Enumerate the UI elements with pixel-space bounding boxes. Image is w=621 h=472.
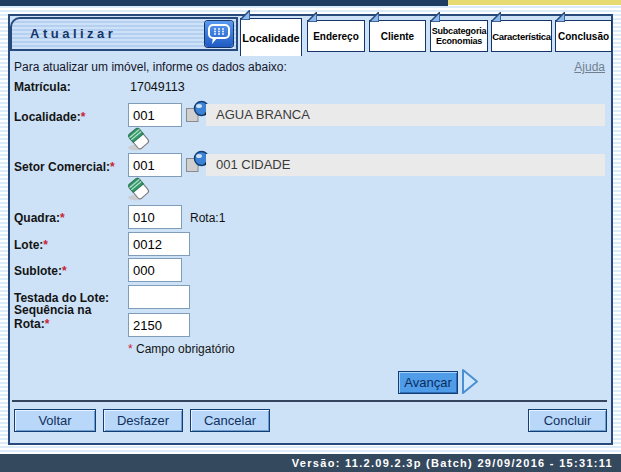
required-asterisk: *	[110, 160, 115, 174]
main-panel	[8, 14, 613, 445]
eraser-icon[interactable]	[126, 126, 152, 152]
required-field-note: * Campo obrigatório	[128, 342, 235, 356]
tab-label: Localidade	[242, 32, 299, 44]
desfazer-button[interactable]: Desfazer	[103, 409, 183, 432]
tab-fold-icon	[307, 12, 317, 22]
tab-label: Cliente	[381, 31, 414, 42]
sequencia-rota-label: Sequência na Rota:*	[14, 303, 91, 331]
eraser-icon[interactable]	[126, 176, 152, 202]
testada-input[interactable]	[128, 285, 190, 309]
top-yellow-bar	[448, 0, 621, 5]
localidade-label: Localidade:*	[14, 110, 85, 124]
tab-label: Conclusão	[558, 31, 609, 42]
tab-endereco[interactable]: Endereço	[307, 20, 365, 52]
matricula-value: 17049113	[130, 80, 185, 94]
concluir-button[interactable]: Concluir	[528, 409, 607, 432]
required-asterisk: *	[62, 264, 67, 278]
avancar-button[interactable]: Avançar	[398, 371, 458, 394]
required-asterisk: *	[81, 110, 86, 124]
tab-label: Endereço	[313, 31, 359, 42]
setor-comercial-label: Setor Comercial:*	[14, 160, 115, 174]
required-asterisk: *	[43, 238, 48, 252]
sublote-label: Sublote:*	[14, 264, 67, 278]
tab-fold-icon	[369, 12, 379, 22]
lote-input[interactable]	[128, 232, 190, 256]
tab-cliente[interactable]: Cliente	[369, 20, 426, 52]
page-title: Atualizar	[30, 26, 116, 41]
tab-fold-icon	[430, 12, 440, 22]
tab-fold-icon	[491, 12, 501, 22]
lote-label: Lote:*	[14, 238, 48, 252]
window-title-bar: Atualizar	[10, 17, 238, 51]
setor-comercial-description: 001 CIDADE	[206, 154, 605, 176]
version-status-bar: Versão: 11.2.09.2.3p (Batch) 29/09/2016 …	[0, 454, 621, 472]
help-link[interactable]: Ajuda	[574, 60, 605, 74]
advance-arrow-icon[interactable]	[461, 368, 479, 399]
matricula-label: Matrícula:	[14, 80, 71, 94]
sublote-input[interactable]	[128, 258, 182, 282]
tab-label-line1: Subcategoria	[432, 26, 487, 36]
setor-comercial-input[interactable]	[128, 153, 182, 177]
tab-label-line2: Economias	[436, 36, 482, 46]
tab-label: Característica	[492, 31, 551, 42]
voltar-button[interactable]: Voltar	[14, 409, 96, 432]
required-asterisk: *	[45, 317, 50, 331]
quadra-label: Quadra:*	[14, 211, 65, 225]
required-asterisk: *	[60, 211, 65, 225]
tab-fold-icon	[555, 12, 565, 22]
chat-bubble-icon[interactable]	[205, 21, 233, 47]
cancelar-button[interactable]: Cancelar	[190, 409, 270, 432]
sequencia-rota-input[interactable]	[128, 313, 190, 337]
tab-conclusao[interactable]: Conclusão	[555, 20, 612, 52]
quadra-input[interactable]	[128, 205, 182, 229]
tab-subcategoria-economias[interactable]: Subcategoria Economias	[430, 20, 488, 52]
rota-value: Rota:1	[190, 211, 225, 225]
localidade-description: AGUA BRANCA	[206, 104, 605, 126]
tab-caracteristica[interactable]: Característica	[491, 20, 552, 52]
tab-localidade[interactable]: Localidade	[240, 18, 302, 56]
divider	[12, 400, 607, 402]
top-navy-bar	[0, 0, 448, 6]
localidade-input[interactable]	[128, 103, 182, 127]
form-instructions: Para atualizar um imóvel, informe os dad…	[14, 60, 287, 74]
required-asterisk: *	[128, 342, 133, 356]
tab-fold-icon	[240, 10, 250, 20]
